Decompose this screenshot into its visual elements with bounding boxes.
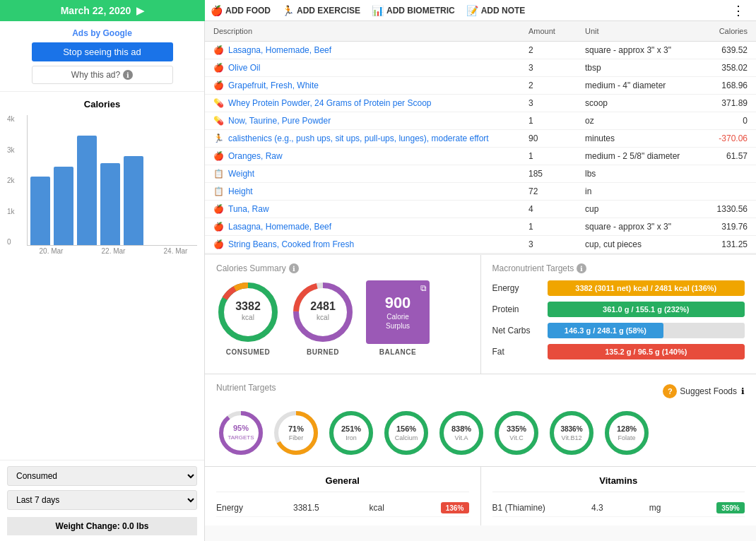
food-log-table: Description Amount Unit Calories 🍎 Lasag… (205, 21, 756, 255)
food-name-4[interactable]: 💊 Whey Protein Powder, 24 Grams of Prote… (213, 98, 528, 108)
bar-group-4 (100, 163, 120, 245)
food-amount-10: 4 (528, 204, 585, 214)
vitc-ring: 335% Vit.C (492, 408, 541, 458)
food-name-6[interactable]: 🏃 calisthenics (e.g., push ups, sit ups,… (213, 133, 528, 143)
macro-row-fat: Fat 135.2 g / 96.5 g (140%) (492, 344, 745, 359)
period-select[interactable]: Last 7 days (7, 490, 197, 510)
calories-summary-title: Calories Summary ℹ (216, 263, 469, 273)
calories-summary: Calories Summary ℹ 3382 kcal (205, 255, 481, 374)
food-icon-3: 🍎 (213, 81, 224, 90)
date-next-arrow[interactable]: ▶ (136, 5, 144, 16)
svg-point-40 (607, 413, 646, 453)
food-amount-12: 3 (528, 239, 585, 249)
macro-row-energy: Energy 3382 (3011 net) kcal / 2481 kcal … (492, 280, 745, 296)
more-options-button[interactable]: ⋮ (726, 3, 750, 18)
table-header: Description Amount Unit Calories (205, 21, 756, 42)
food-icon-2: 🍎 (213, 63, 224, 73)
food-unit-11: square - approx 3" x 3" (585, 222, 691, 232)
svg-text:Vit.A: Vit.A (455, 434, 468, 441)
apple-icon: 🍎 (211, 5, 223, 16)
table-row: 🍎 Lasagna, Homemade, Beef 1 square - app… (205, 218, 756, 236)
food-name-2[interactable]: 🍎 Olive Oil (213, 63, 528, 73)
balance-container: ⧉ 900 CalorieSurplus BALANCE (366, 280, 430, 356)
food-icon-10: 🍎 (213, 204, 224, 214)
table-row: 🍎 Olive Oil 3 tbsp 358.02 (205, 59, 756, 77)
add-exercise-label: ADD EXERCISE (297, 6, 360, 16)
macro-bar-protein: 361.0 g / 155.1 g (232%) (548, 302, 745, 317)
suggest-foods-button[interactable]: ? Suggest Foods (663, 384, 737, 398)
add-exercise-button[interactable]: 🏃 ADD EXERCISE (282, 5, 360, 16)
food-name-1[interactable]: 🍎 Lasagna, Homemade, Beef (213, 45, 528, 55)
nutrient-circle-folate: 128% Folate (602, 408, 651, 458)
food-calories-11: 319.76 (691, 222, 748, 232)
nutrient-info-button[interactable]: ℹ (741, 386, 745, 396)
svg-text:128%: 128% (617, 424, 637, 433)
food-name-9[interactable]: 📋 Height (213, 186, 528, 196)
food-name-10[interactable]: 🍎 Tuna, Raw (213, 204, 528, 214)
balance-copy-icon: ⧉ (420, 283, 427, 293)
macro-bar-energy-container: 3382 (3011 net) kcal / 2481 kcal (136%) (548, 280, 745, 296)
food-unit-2: tbsp (585, 63, 691, 73)
macro-info-button[interactable]: ℹ (577, 263, 586, 273)
nutrient-circle-fiber: 71% Fiber (271, 408, 321, 458)
nutrient-circles: 95% TARGETS 71% Fiber (216, 408, 745, 458)
svg-text:Vit.B12: Vit.B12 (562, 434, 582, 441)
why-ad-button[interactable]: Why this ad? ℹ (32, 66, 173, 84)
food-unit-7: medium - 2 5/8" diameter (585, 151, 691, 161)
food-unit-12: cup, cut pieces (585, 239, 691, 249)
food-unit-3: medium - 4" diameter (585, 81, 691, 90)
burned-label: BURNED (307, 348, 339, 356)
consumed-select[interactable]: Consumed (7, 466, 197, 486)
table-row: 📋 Height 72 in (205, 183, 756, 201)
ads-by-label: Ads by Google (7, 28, 197, 38)
svg-text:251%: 251% (341, 424, 361, 433)
macro-row-carbs: Net Carbs 146.3 g / 248.1 g (58%) (492, 323, 745, 338)
svg-text:Folate: Folate (618, 434, 635, 441)
food-name-7[interactable]: 🍎 Oranges, Raw (213, 151, 528, 161)
biometric-icon-2: 📋 (213, 186, 224, 196)
add-biometric-label: ADD BIOMETRIC (386, 6, 455, 16)
balance-label: BALANCE (379, 348, 416, 356)
table-row: 🍎 Grapefruit, Fresh, White 2 medium - 4"… (205, 77, 756, 95)
folate-ring: 128% Folate (602, 408, 651, 458)
vitamin-b1-unit: mg (649, 503, 671, 513)
svg-point-28 (442, 413, 481, 453)
table-row: 📋 Weight 185 lbs (205, 165, 756, 183)
stop-ad-button[interactable]: Stop seeing this ad (32, 42, 173, 61)
consumed-label: CONSUMED (226, 348, 270, 356)
bar-group-2 (54, 167, 73, 245)
x-label-3: 22. Mar (102, 247, 126, 255)
nutrient-targets-section: Nutrient Targets ? Suggest Foods ℹ 9 (205, 374, 756, 467)
table-row: 🏃 calisthenics (e.g., push ups, sit ups,… (205, 130, 756, 148)
general-section: General Energy 3381.5 kcal 136% (205, 467, 481, 525)
food-unit-1: square - approx 3" x 3" (585, 45, 691, 55)
svg-text:TARGETS: TARGETS (228, 434, 254, 441)
food-name-5[interactable]: 💊 Now, Taurine, Pure Powder (213, 116, 528, 126)
add-note-button[interactable]: 📝 ADD NOTE (466, 5, 526, 16)
food-amount-6: 90 (528, 133, 585, 143)
exercise-icon-2: 🏃 (213, 133, 224, 143)
food-name-11[interactable]: 🍎 Lasagna, Homemade, Beef (213, 222, 528, 232)
food-name-12[interactable]: 🍎 String Beans, Cooked from Fresh (213, 239, 528, 249)
macro-bar-protein-container: 361.0 g / 155.1 g (232%) (548, 302, 745, 317)
macro-label-energy: Energy (492, 283, 542, 293)
food-name-3[interactable]: 🍎 Grapefruit, Fresh, White (213, 81, 528, 90)
balance-text: CalorieSurplus (386, 312, 410, 331)
general-energy-row: Energy 3381.5 kcal 136% (216, 499, 469, 517)
svg-text:95%: 95% (233, 424, 249, 432)
date-banner[interactable]: March 22, 2020 ▶ (0, 0, 205, 21)
food-icon-12: 🍎 (213, 239, 224, 249)
add-food-button[interactable]: 🍎 ADD FOOD (211, 5, 271, 16)
burned-ring: 2481 kcal (291, 280, 355, 344)
add-biometric-button[interactable]: 📊 ADD BIOMETRIC (372, 5, 455, 16)
table-row: 🍎 Tuna, Raw 4 cup 1330.56 (205, 201, 756, 218)
bar-4 (100, 163, 120, 245)
food-name-8[interactable]: 📋 Weight (213, 169, 528, 179)
vitamin-b1-row: B1 (Thiamine) 4.3 mg 359% (492, 499, 745, 517)
food-icon-11: 🍎 (213, 222, 224, 232)
nutrient-circle-vitc: 335% Vit.C (492, 408, 541, 458)
food-calories-7: 61.57 (691, 151, 748, 161)
table-row: 🍎 String Beans, Cooked from Fresh 3 cup,… (205, 236, 756, 254)
svg-text:Calcium: Calcium (395, 434, 418, 441)
calories-info-button[interactable]: ℹ (289, 263, 299, 273)
